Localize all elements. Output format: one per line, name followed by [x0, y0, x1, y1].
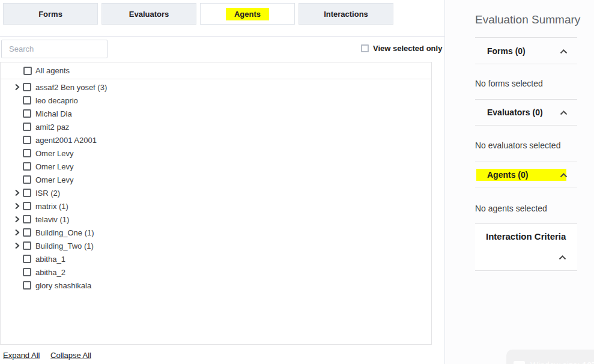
- agent-label: abitha_1: [35, 255, 65, 264]
- agent-checkbox[interactable]: [23, 255, 31, 263]
- summary-section-interaction-criteria[interactable]: Interaction Criteria: [475, 223, 577, 271]
- agents-tree-panel: All agents assaf2 Ben yosef (3) leo deca…: [0, 62, 432, 345]
- agent-label: leo decaprio: [35, 96, 78, 105]
- tree-row[interactable]: amit2 paz: [1, 120, 431, 133]
- agent-checkbox[interactable]: [23, 189, 31, 197]
- tree-row[interactable]: ISR (2): [1, 186, 431, 199]
- tree-row[interactable]: Michal Dia: [1, 107, 431, 120]
- agent-checkbox[interactable]: [23, 109, 31, 118]
- chevron-up-icon[interactable]: [560, 169, 568, 180]
- agent-label: telaviv (1): [35, 215, 69, 224]
- agent-label: Omer Levy: [35, 175, 74, 184]
- tree-row[interactable]: matrix (1): [1, 199, 431, 213]
- agent-label: abitha_2: [35, 268, 65, 277]
- agent-checkbox[interactable]: [23, 268, 31, 276]
- view-selected-only-toggle[interactable]: View selected only: [361, 44, 442, 53]
- agent-label: amit2 paz: [35, 123, 69, 132]
- window-size-toast: Window size: 1072 x 1035: [506, 350, 594, 364]
- collapse-all-link[interactable]: Collapse All: [50, 351, 91, 360]
- chevron-up-icon[interactable]: [559, 252, 566, 262]
- tree-footer-links: Expand All Collapse All: [3, 351, 100, 360]
- all-agents-label: All agents: [35, 66, 70, 75]
- tree-row[interactable]: glory shashikala: [1, 279, 431, 292]
- all-agents-checkbox[interactable]: [23, 67, 32, 75]
- evaluators-empty-text: No evaluators selected: [475, 141, 560, 150]
- tab-forms[interactable]: Forms: [3, 3, 98, 25]
- search-input[interactable]: [1, 40, 108, 58]
- window-size-label: Window size:: [530, 360, 580, 364]
- summary-section-evaluators[interactable]: Evaluators (0): [475, 99, 577, 126]
- agent-checkbox[interactable]: [23, 215, 31, 223]
- tab-evaluators[interactable]: Evaluators: [102, 3, 196, 25]
- agent-checkbox[interactable]: [23, 123, 31, 131]
- chevron-right-icon[interactable]: [14, 189, 22, 196]
- chevron-up-icon[interactable]: [560, 107, 568, 118]
- forms-empty-text: No forms selected: [475, 79, 543, 88]
- tab-agents[interactable]: Agents: [200, 3, 295, 25]
- agents-empty-text: No agents selected: [475, 204, 547, 213]
- agent-checkbox[interactable]: [23, 96, 31, 105]
- chevron-right-icon[interactable]: [14, 83, 22, 91]
- agent-checkbox[interactable]: [23, 175, 31, 184]
- tree-row[interactable]: Omer Levy: [1, 147, 431, 160]
- evaluation-summary-sidebar: Evaluation Summary Forms (0) No forms se…: [444, 0, 594, 364]
- agent-checkbox[interactable]: [23, 228, 31, 237]
- tree-row[interactable]: Building_One (1): [1, 226, 431, 239]
- interaction-criteria-label: Interaction Criteria: [486, 231, 566, 241]
- window-width-value: 1072: [582, 360, 594, 364]
- tree-row[interactable]: agent2001 A2001: [1, 133, 431, 147]
- tree-row[interactable]: Building_Two (1): [1, 239, 431, 252]
- agent-label: Building_One (1): [35, 228, 94, 237]
- agent-label: Building_Two (1): [35, 241, 94, 250]
- agent-checkbox[interactable]: [23, 162, 31, 171]
- agent-checkbox[interactable]: [23, 136, 31, 144]
- tree-row[interactable]: Omer Levy: [1, 160, 431, 173]
- tab-agents-label: Agents: [226, 8, 269, 20]
- summary-section-forms[interactable]: Forms (0): [475, 37, 577, 64]
- forms-section-label: Forms (0): [475, 46, 526, 56]
- agent-checkbox[interactable]: [23, 149, 31, 157]
- agent-checkbox[interactable]: [23, 281, 31, 290]
- window-size-text: Window size: 1072 x 1035: [530, 360, 594, 364]
- content-top-divider: [0, 36, 444, 37]
- agent-label: agent2001 A2001: [35, 136, 97, 145]
- agent-label: assaf2 Ben yosef (3): [35, 83, 107, 92]
- tab-interactions[interactable]: Interactions: [299, 3, 393, 25]
- evaluators-section-label: Evaluators (0): [475, 108, 543, 117]
- tree-row[interactable]: abitha_2: [1, 265, 431, 279]
- agent-label: Michal Dia: [35, 109, 72, 118]
- agent-label: Omer Levy: [35, 162, 74, 171]
- agent-checkbox[interactable]: [23, 241, 31, 250]
- tree-row-all-agents[interactable]: All agents: [1, 62, 431, 79]
- tree-row[interactable]: abitha_1: [1, 252, 431, 265]
- view-selected-only-checkbox[interactable]: [361, 44, 369, 52]
- tab-forms-label: Forms: [38, 10, 62, 19]
- agent-label: matrix (1): [35, 202, 68, 211]
- summary-section-agents[interactable]: Agents (0): [475, 162, 577, 187]
- agent-label: glory shashikala: [35, 281, 91, 290]
- chevron-right-icon[interactable]: [14, 216, 22, 223]
- tree-row[interactable]: telaviv (1): [1, 213, 431, 226]
- chevron-right-icon[interactable]: [14, 229, 22, 236]
- chevron-right-icon[interactable]: [14, 242, 22, 249]
- agent-checkbox[interactable]: [23, 202, 31, 210]
- tree-row[interactable]: assaf2 Ben yosef (3): [1, 80, 431, 94]
- tab-interactions-label: Interactions: [324, 10, 368, 19]
- sidebar-title: Evaluation Summary: [475, 13, 580, 26]
- agent-checkbox[interactable]: [23, 83, 31, 91]
- tab-evaluators-label: Evaluators: [129, 10, 169, 19]
- expand-all-link[interactable]: Expand All: [3, 351, 40, 360]
- agents-section-label: Agents (0): [475, 170, 528, 180]
- tree-row[interactable]: Omer Levy: [1, 173, 431, 186]
- agent-label: ISR (2): [35, 189, 60, 198]
- chevron-up-icon[interactable]: [560, 46, 568, 56]
- window-icon: [514, 361, 525, 364]
- view-selected-only-label: View selected only: [373, 44, 442, 53]
- tree-row[interactable]: leo decaprio: [1, 94, 431, 107]
- evaluation-setup-screen: Forms Evaluators Agents Interactions Vie…: [0, 0, 594, 364]
- chevron-right-icon[interactable]: [14, 202, 22, 210]
- agent-label: Omer Levy: [35, 149, 74, 158]
